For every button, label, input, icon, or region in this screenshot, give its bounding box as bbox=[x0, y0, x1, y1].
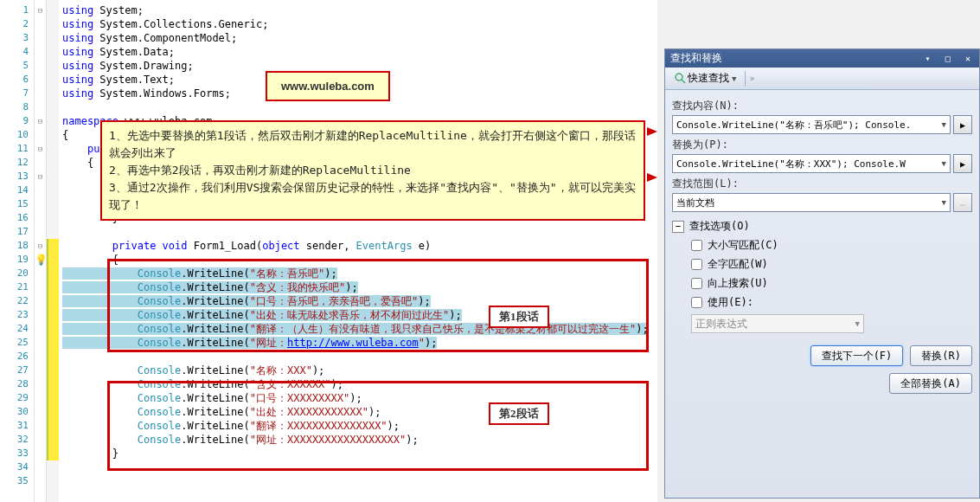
arrow-icon bbox=[647, 173, 657, 182]
use-regex-checkbox[interactable] bbox=[691, 297, 702, 308]
match-case-option[interactable]: 大小写匹配(C) bbox=[691, 238, 972, 253]
line-number-gutter: 1234567891011121314151617181920212223242… bbox=[0, 0, 35, 502]
look-in-value: 当前文档 bbox=[676, 196, 714, 209]
panel-toolbar: 快速查找 ▼ » bbox=[665, 68, 979, 90]
url-callout: www.wuleba.com bbox=[266, 71, 390, 101]
dropdown-icon[interactable]: ▾ bbox=[922, 53, 934, 65]
svg-point-0 bbox=[676, 74, 682, 80]
replace-with-input[interactable]: Console.WriteLine("名称：XXX"); Console.W ▼ bbox=[672, 154, 951, 173]
replace-with-label: 替换为(P): bbox=[672, 138, 972, 152]
find-options-label: 查找选项(O) bbox=[689, 219, 750, 234]
segment-2-label: 第2段话 bbox=[489, 402, 549, 425]
code-line[interactable]: Console.WriteLine("名称：XXX"); bbox=[62, 364, 657, 377]
close-icon[interactable]: ✕ bbox=[962, 53, 974, 65]
search-up-option[interactable]: 向上搜索(U) bbox=[691, 276, 972, 291]
svg-line-1 bbox=[682, 80, 685, 83]
find-what-label: 查找内容(N): bbox=[672, 99, 972, 113]
fold-toggle[interactable]: ⊟ bbox=[35, 114, 46, 128]
match-case-checkbox[interactable] bbox=[691, 240, 702, 251]
whole-word-checkbox[interactable] bbox=[691, 259, 702, 270]
code-line[interactable]: private void Form1_Load(object sender, E… bbox=[62, 239, 657, 253]
code-line[interactable] bbox=[62, 225, 657, 239]
fold-column[interactable]: ⊟⊟⊟⊟⊟ bbox=[35, 0, 47, 502]
toolbar-extra: » bbox=[749, 74, 754, 83]
regex-mode-value: 正则表达式 bbox=[695, 317, 747, 331]
lightbulb-icon[interactable]: 💡 bbox=[35, 254, 48, 266]
chevron-down-icon[interactable]: ▼ bbox=[938, 198, 946, 207]
instruction-line: 3、通过2次操作，我们利用VS搜索会保留历史记录的特性，来选择"查找内容"、"替… bbox=[109, 179, 637, 214]
chevron-down-icon: ▼ bbox=[732, 74, 736, 83]
look-in-label: 查找范围(L): bbox=[672, 177, 972, 191]
replace-all-button[interactable]: 全部替换(A) bbox=[889, 373, 972, 394]
quick-find-button[interactable]: 快速查找 ▼ bbox=[669, 69, 741, 87]
code-line[interactable]: using System.ComponentModel; bbox=[62, 31, 657, 45]
find-expression-button[interactable]: ▶ bbox=[953, 115, 972, 134]
fold-toggle[interactable]: ⊟ bbox=[35, 3, 46, 17]
code-line[interactable]: using System.Collections.Generic; bbox=[62, 17, 657, 31]
options-collapse-button[interactable]: − bbox=[672, 221, 684, 233]
segment-2-box bbox=[107, 381, 649, 471]
separator bbox=[745, 71, 746, 87]
code-line[interactable]: using System.Data; bbox=[62, 45, 657, 59]
search-up-checkbox[interactable] bbox=[691, 278, 702, 289]
instruction-line: 1、先选中要替换的第1段话，然后双击刚才新建的ReplaceMultiline，… bbox=[109, 127, 637, 162]
quick-find-label: 快速查找 bbox=[688, 71, 729, 86]
regex-mode-select: 正则表达式 ▼ bbox=[691, 314, 864, 333]
whole-word-option[interactable]: 全字匹配(W) bbox=[691, 257, 972, 272]
maximize-icon[interactable]: □ bbox=[942, 53, 954, 65]
segment-1-box bbox=[107, 259, 649, 352]
use-regex-option[interactable]: 使用(E): bbox=[691, 295, 972, 310]
chevron-down-icon[interactable]: ▼ bbox=[938, 159, 946, 168]
code-line[interactable]: using System; bbox=[62, 3, 657, 17]
segment-1-label: 第1段话 bbox=[489, 306, 549, 328]
panel-title-text: 查找和替换 bbox=[670, 49, 722, 68]
find-what-value: Console.WriteLine("名称：吾乐吧"); Console. bbox=[676, 119, 911, 132]
replace-button[interactable]: 替换(R) bbox=[910, 345, 972, 366]
panel-titlebar[interactable]: 查找和替换 ▾ □ ✕ bbox=[665, 49, 979, 68]
search-icon bbox=[674, 72, 688, 86]
find-replace-panel: 查找和替换 ▾ □ ✕ 快速查找 ▼ » 查找内容(N): Console.Wr… bbox=[664, 48, 980, 499]
find-what-input[interactable]: Console.WriteLine("名称：吾乐吧"); Console. ▼ bbox=[672, 115, 951, 134]
fold-toggle[interactable]: ⊟ bbox=[35, 142, 46, 156]
code-line[interactable] bbox=[62, 100, 657, 114]
find-next-button[interactable]: 查找下一个(F) bbox=[810, 345, 904, 366]
fold-toggle[interactable]: ⊟ bbox=[35, 170, 46, 183]
code-line[interactable] bbox=[62, 474, 657, 488]
replace-with-value: Console.WriteLine("名称：XXX"); Console.W bbox=[676, 158, 906, 171]
instruction-callout: 1、先选中要替换的第1段话，然后双击刚才新建的ReplaceMultiline，… bbox=[100, 120, 645, 221]
look-in-browse-button[interactable]: … bbox=[953, 193, 972, 212]
chevron-down-icon[interactable]: ▼ bbox=[938, 120, 946, 129]
replace-expression-button[interactable]: ▶ bbox=[953, 154, 972, 173]
instruction-line: 2、再选中第2段话，再双击刚才新建的ReplaceMultiline bbox=[109, 162, 637, 179]
arrow-icon bbox=[647, 127, 657, 136]
chevron-down-icon: ▼ bbox=[855, 319, 860, 328]
look-in-select[interactable]: 当前文档 ▼ bbox=[672, 193, 951, 212]
fold-toggle[interactable]: ⊟ bbox=[35, 239, 46, 253]
change-margin bbox=[47, 0, 59, 502]
